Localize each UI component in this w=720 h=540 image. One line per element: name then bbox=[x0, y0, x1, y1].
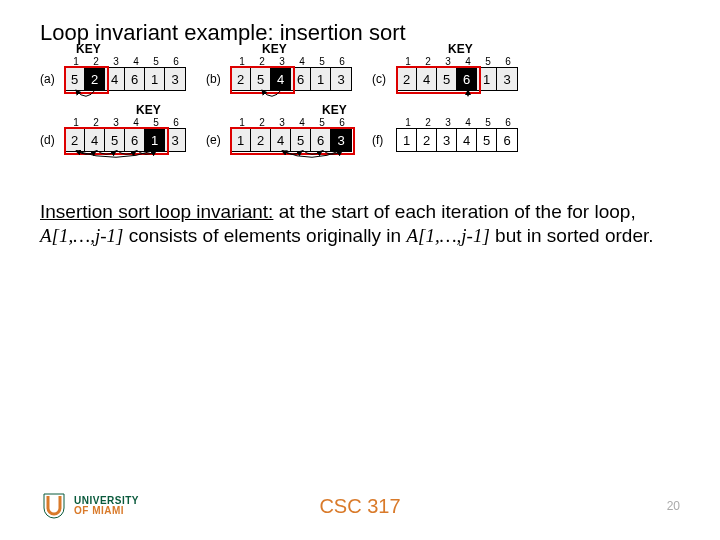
array-cell: 1 bbox=[311, 68, 331, 90]
index-label: 1 bbox=[398, 56, 418, 67]
index-label: 3 bbox=[272, 56, 292, 67]
index-label: 1 bbox=[232, 56, 252, 67]
array-cell: 5 bbox=[477, 129, 497, 151]
index-label: 5 bbox=[312, 117, 332, 128]
key-label: KEY bbox=[322, 103, 347, 117]
array-cell: 2 bbox=[65, 129, 85, 151]
array-cell: 1 bbox=[145, 68, 165, 90]
index-row: 123456 bbox=[66, 56, 186, 67]
panel-label: (e) bbox=[206, 133, 230, 147]
index-label: 5 bbox=[146, 56, 166, 67]
key-label: KEY bbox=[262, 42, 287, 56]
invariant-lead: Insertion sort loop invariant: bbox=[40, 201, 273, 222]
array-cells: 254613 bbox=[230, 67, 352, 91]
arr-ref-2: A[1,…,j-1] bbox=[406, 225, 489, 246]
index-row: 123456 bbox=[66, 117, 186, 128]
array-cell: 3 bbox=[165, 68, 185, 90]
arrows-svg bbox=[398, 89, 528, 109]
array-cell: 5 bbox=[291, 129, 311, 151]
array-row: (c)245613 bbox=[372, 67, 518, 91]
panel-label: (d) bbox=[40, 133, 64, 147]
index-label: 4 bbox=[126, 56, 146, 67]
array-cell: 2 bbox=[417, 129, 437, 151]
index-row: 123456 bbox=[398, 117, 518, 128]
array-cell: 6 bbox=[457, 68, 477, 90]
index-label: 4 bbox=[458, 117, 478, 128]
array-cell: 5 bbox=[437, 68, 457, 90]
key-label: KEY bbox=[76, 42, 101, 56]
array-cells: 124563 bbox=[230, 128, 352, 152]
slide-number: 20 bbox=[667, 499, 680, 513]
array-cell: 3 bbox=[331, 129, 351, 151]
footer: UNIVERSITY OF MIAMI CSC 317 20 bbox=[40, 492, 680, 520]
index-label: 1 bbox=[232, 117, 252, 128]
index-label: 2 bbox=[86, 56, 106, 67]
panel-e: KEY123456(e)124563 bbox=[206, 117, 352, 170]
panel-b: KEY123456(b)254613 bbox=[206, 56, 352, 109]
university-logo: UNIVERSITY OF MIAMI bbox=[40, 492, 139, 520]
index-label: 4 bbox=[292, 117, 312, 128]
array-cell: 3 bbox=[165, 129, 185, 151]
panel-c: KEY123456(c)245613 bbox=[372, 56, 518, 109]
index-label: 3 bbox=[272, 117, 292, 128]
description: Insertion sort loop invariant: at the st… bbox=[40, 200, 680, 248]
index-label: 4 bbox=[458, 56, 478, 67]
index-label: 3 bbox=[438, 117, 458, 128]
index-row: 123456 bbox=[398, 56, 518, 67]
array-cell: 6 bbox=[291, 68, 311, 90]
index-label: 6 bbox=[166, 117, 186, 128]
array-cells: 245613 bbox=[396, 67, 518, 91]
array-cell: 6 bbox=[125, 68, 145, 90]
u-shield-icon bbox=[40, 492, 68, 520]
index-label: 6 bbox=[498, 117, 518, 128]
array-cells: 123456 bbox=[396, 128, 518, 152]
array-cell: 4 bbox=[417, 68, 437, 90]
arrow-container bbox=[398, 152, 518, 170]
index-row: 123456 bbox=[232, 117, 352, 128]
array-cell: 3 bbox=[497, 68, 517, 90]
arrows-svg bbox=[66, 150, 196, 170]
index-label: 1 bbox=[66, 56, 86, 67]
desc-t3: but in sorted order. bbox=[490, 225, 654, 246]
array-cell: 5 bbox=[251, 68, 271, 90]
index-label: 6 bbox=[166, 56, 186, 67]
index-label: 6 bbox=[332, 117, 352, 128]
panel-d: KEY123456(d)245613 bbox=[40, 117, 186, 170]
arrows-svg bbox=[232, 150, 362, 170]
array-cell: 1 bbox=[477, 68, 497, 90]
index-label: 3 bbox=[438, 56, 458, 67]
key-label: KEY bbox=[448, 42, 473, 56]
index-label: 2 bbox=[418, 117, 438, 128]
array-cell: 3 bbox=[331, 68, 351, 90]
array-cell: 1 bbox=[145, 129, 165, 151]
desc-t2: consists of elements originally in bbox=[123, 225, 406, 246]
index-label: 1 bbox=[66, 117, 86, 128]
panel-a: KEY123456(a)524613 bbox=[40, 56, 186, 109]
panel-label: (b) bbox=[206, 72, 230, 86]
array-cell: 2 bbox=[85, 68, 105, 90]
array-cell: 5 bbox=[65, 68, 85, 90]
index-label: 2 bbox=[418, 56, 438, 67]
index-label: 1 bbox=[398, 117, 418, 128]
array-cell: 2 bbox=[251, 129, 271, 151]
panels-container: KEY123456(a)524613 KEY123456(b)254613 KE… bbox=[40, 56, 680, 170]
array-cells: 524613 bbox=[64, 67, 186, 91]
arrow-container bbox=[398, 91, 518, 109]
index-label: 5 bbox=[146, 117, 166, 128]
index-label: 5 bbox=[478, 56, 498, 67]
array-cell: 5 bbox=[105, 129, 125, 151]
index-label: 4 bbox=[292, 56, 312, 67]
arrow-container bbox=[66, 152, 186, 170]
array-cells: 245613 bbox=[64, 128, 186, 152]
arrows-svg bbox=[66, 89, 196, 109]
panel-label: (c) bbox=[372, 72, 396, 86]
array-cell: 1 bbox=[231, 129, 251, 151]
panel-label: (f) bbox=[372, 133, 396, 147]
desc-t1: at the start of each iteration of the fo… bbox=[273, 201, 635, 222]
array-row: (d)245613 bbox=[40, 128, 186, 152]
index-label: 6 bbox=[332, 56, 352, 67]
index-label: 5 bbox=[478, 117, 498, 128]
array-cell: 4 bbox=[105, 68, 125, 90]
array-row: (e)124563 bbox=[206, 128, 352, 152]
panel-label: (a) bbox=[40, 72, 64, 86]
